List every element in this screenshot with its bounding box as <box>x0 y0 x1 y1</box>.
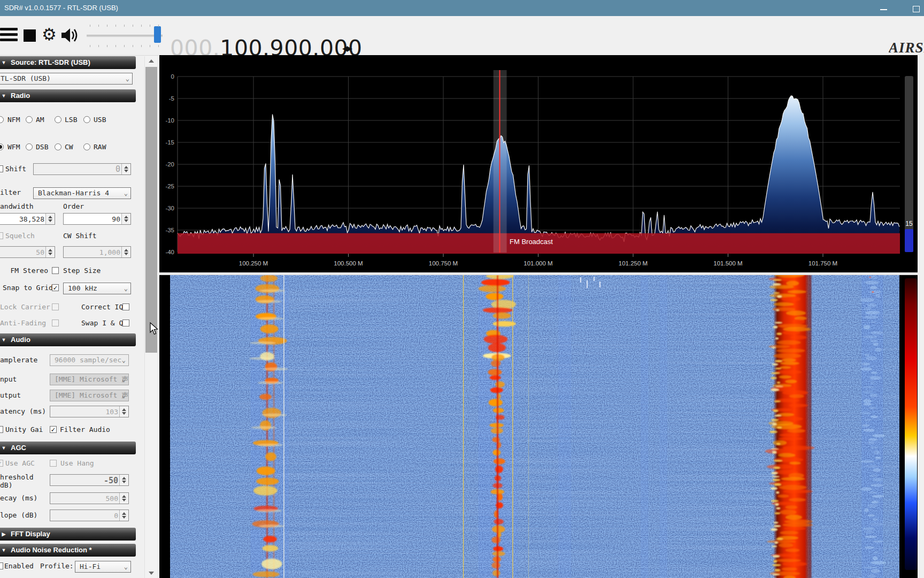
bandwidth-field[interactable]: 38,528 <box>0 213 55 225</box>
stop-button[interactable] <box>24 29 36 42</box>
decay-field[interactable]: 500 <box>50 492 129 504</box>
snap-to-grid-checkbox[interactable]: ✓ <box>52 284 59 291</box>
lock-carrier-checkbox[interactable] <box>52 303 59 310</box>
chevron-down-icon: ⌄ <box>124 283 128 294</box>
volume-slider[interactable] <box>86 24 166 48</box>
db-tick-label: -30 <box>165 205 174 211</box>
mode-radio-raw[interactable] <box>83 143 90 150</box>
arrow-up-icon <box>149 59 154 63</box>
slope-label: lope (dB) <box>0 511 37 519</box>
panel-header-agc[interactable]: ▼AGC <box>0 442 136 454</box>
minimize-icon <box>880 9 887 10</box>
volume-tick <box>98 45 99 47</box>
anr-enabled-checkbox[interactable] <box>0 562 3 569</box>
source-device-dropdown[interactable]: TL-SDR (USB)⌄ <box>0 73 133 85</box>
cw-shift-field[interactable]: 1,000 <box>63 246 131 258</box>
unity-gain-label: Unity Gai <box>5 425 43 434</box>
mode-radio-am[interactable] <box>26 116 33 123</box>
anr-profile-label: Profile: <box>40 562 74 570</box>
mode-radio-wfm[interactable] <box>0 143 4 150</box>
slope-field[interactable]: 0 <box>50 509 129 521</box>
scroll-down-button[interactable] <box>145 568 158 578</box>
swap-iq-checkbox[interactable] <box>122 320 129 326</box>
waterfall-marker-dash <box>587 280 588 288</box>
restore-button[interactable] <box>908 4 924 13</box>
waterfall-plot[interactable] <box>159 275 918 578</box>
mode-radio-dsb[interactable] <box>26 143 33 150</box>
order-field[interactable]: 90 <box>63 213 131 225</box>
use-hang-label: Use Hang <box>60 459 94 467</box>
frequency-step-arrows[interactable]: ◂▸ <box>342 42 351 55</box>
unity-gain-checkbox[interactable] <box>0 426 3 433</box>
snap-to-grid-label: Snap to Grid <box>3 284 53 292</box>
volume-track[interactable] <box>87 35 163 37</box>
volume-tick <box>133 25 133 27</box>
mouse-cursor <box>149 322 160 336</box>
waterfall-color-scale <box>905 278 917 570</box>
audio-input-label: nput <box>0 375 17 383</box>
freq-tick-label: 101.250 M <box>619 260 648 267</box>
minimize-button[interactable] <box>876 4 892 13</box>
swap-iq-label: Swap I & Q <box>81 319 123 327</box>
speaker-mute-button[interactable] <box>60 27 81 46</box>
spinner-arrows[interactable] <box>121 164 130 174</box>
scrollbar-thumb[interactable] <box>145 67 157 353</box>
shift-checkbox[interactable] <box>0 165 3 172</box>
audio-input-dropdown[interactable]: [MME] Microsoft 声⌄ <box>50 374 129 385</box>
use-agc-checkbox[interactable]: ✓ <box>0 460 3 467</box>
mode-label-nfm: NFM <box>7 116 20 124</box>
samplerate-dropdown[interactable]: 96000 sample/sec⌄ <box>50 354 129 366</box>
panel-header-radio[interactable]: ▼Radio <box>0 89 136 102</box>
latency-label: atency (ms) <box>0 407 46 415</box>
anti-fading-checkbox[interactable] <box>52 320 59 326</box>
mode-label-lsb: LSB <box>65 116 77 124</box>
squelch-checkbox[interactable] <box>0 232 3 239</box>
mode-radio-usb[interactable] <box>83 116 90 123</box>
threshold-label-line2: dB) <box>0 481 12 489</box>
collapse-arrow-icon: ▼ <box>0 89 11 102</box>
lock-carrier-label: Lock Carrier <box>0 303 50 311</box>
volume-tick <box>141 25 142 27</box>
freq-tick-label: 100.500 M <box>334 260 363 267</box>
audio-output-dropdown[interactable]: [MME] Microsoft 声⌄ <box>50 390 129 401</box>
volume-tick <box>107 45 107 47</box>
panel-header-audio[interactable]: ▼Audio <box>0 333 136 346</box>
panel-header-fft-display[interactable]: ▶FFT Display <box>0 528 136 541</box>
volume-tick <box>98 25 99 27</box>
mode-radio-cw[interactable] <box>55 143 61 150</box>
use-hang-checkbox[interactable] <box>50 460 57 467</box>
collapse-arrow-icon: ▼ <box>0 333 11 346</box>
filter-dropdown[interactable]: Blackman-Harris 4⌄ <box>33 187 131 199</box>
panel-header-source[interactable]: ▼Source: RTL-SDR (USB) <box>0 56 136 69</box>
anr-profile-dropdown[interactable]: Hi-Fi⌄ <box>75 561 131 573</box>
waterfall-display[interactable] <box>159 275 918 578</box>
fm-stereo-label: FM Stereo <box>0 267 48 275</box>
step-size-dropdown[interactable]: 100 kHz⌄ <box>63 283 131 294</box>
settings-gear-button[interactable]: ⚙ <box>42 22 57 47</box>
scroll-up-button[interactable] <box>145 56 158 66</box>
panel-header-noise-reduction[interactable]: ▼Audio Noise Reduction * <box>0 544 136 557</box>
sidebar-scrollbar[interactable] <box>144 56 158 578</box>
filter-audio-checkbox[interactable]: ✓ <box>50 426 57 433</box>
volume-handle[interactable] <box>154 26 161 43</box>
squelch-field[interactable]: 50 <box>0 246 55 258</box>
correct-iq-checkbox[interactable] <box>122 303 129 310</box>
latency-field[interactable]: 103 <box>50 406 129 417</box>
waterfall-guide-line <box>463 275 464 578</box>
cw-shift-label: CW Shift <box>63 232 97 240</box>
fm-stereo-checkbox[interactable] <box>52 267 59 274</box>
spectrum-display[interactable]: 0-5-10-15-20-25-30-35-40100.250 M100.500… <box>159 55 918 275</box>
spectrum-plot[interactable]: 0-5-10-15-20-25-30-35-40100.250 M100.500… <box>159 55 918 275</box>
threshold-field[interactable]: -50 <box>50 474 129 486</box>
freq-tick-label: 101.500 M <box>713 260 742 267</box>
volume-tick <box>158 45 159 47</box>
toolbar: ⚙ 000.100.900.000 ◂▸ AIRSPY <box>0 16 924 56</box>
mode-radio-lsb[interactable] <box>55 116 61 123</box>
waterfall-faint-column <box>558 275 571 578</box>
chevron-down-icon: ⌄ <box>126 73 129 84</box>
db-tick-label: -10 <box>165 117 174 124</box>
menu-button[interactable] <box>0 28 18 44</box>
mode-radio-nfm[interactable] <box>0 116 4 123</box>
spectrum-contrast-fill[interactable] <box>905 229 913 252</box>
shift-field[interactable]: 0 <box>33 163 131 175</box>
